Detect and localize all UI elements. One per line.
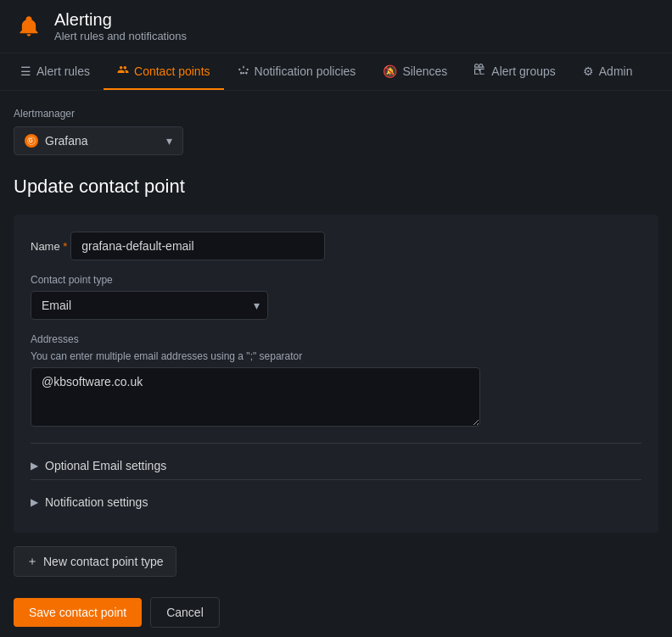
new-contact-point-button[interactable]: ＋ New contact point type bbox=[14, 546, 176, 577]
alertmanager-chevron-icon: ▾ bbox=[166, 134, 172, 148]
form-section: Name Contact point type Email Slack Page… bbox=[14, 215, 658, 533]
contact-point-type-label: Contact point type bbox=[31, 274, 641, 286]
notification-settings-label: Notification settings bbox=[45, 495, 148, 509]
tab-admin-label: Admin bbox=[599, 64, 633, 78]
contact-point-type-group: Contact point type Email Slack PagerDuty… bbox=[31, 274, 641, 320]
tab-contact-points-label: Contact points bbox=[134, 64, 210, 78]
alert-rules-icon: ☰ bbox=[20, 64, 31, 78]
plus-icon: ＋ bbox=[26, 554, 38, 569]
tab-silences[interactable]: 🔕 Silences bbox=[369, 53, 461, 90]
alertmanager-group: Alertmanager G Grafana ▾ bbox=[14, 108, 658, 155]
tab-admin[interactable]: ⚙ Admin bbox=[569, 53, 647, 90]
tab-notification-policies[interactable]: Notification policies bbox=[224, 53, 370, 90]
tab-alert-groups-label: Alert groups bbox=[491, 64, 555, 78]
addresses-label: Addresses bbox=[31, 333, 641, 345]
silences-icon: 🔕 bbox=[383, 64, 397, 78]
tab-alert-groups[interactable]: Alert groups bbox=[461, 53, 568, 90]
name-group: Name bbox=[31, 232, 641, 260]
optional-email-settings-label: Optional Email settings bbox=[45, 459, 166, 472]
grafana-logo-icon: G bbox=[25, 134, 38, 148]
optional-email-chevron-icon: ▶ bbox=[31, 460, 38, 472]
contact-point-type-select-wrapper: Email Slack PagerDuty OpsGenie Webhook ▾ bbox=[31, 291, 268, 320]
optional-email-settings-toggle[interactable]: ▶ Optional Email settings bbox=[31, 455, 641, 476]
tab-alert-rules[interactable]: ☰ Alert rules bbox=[7, 53, 104, 90]
name-input[interactable] bbox=[70, 232, 325, 260]
tab-alert-rules-label: Alert rules bbox=[36, 64, 90, 78]
notification-policies-icon bbox=[238, 64, 249, 78]
notification-settings-toggle[interactable]: ▶ Notification settings bbox=[31, 492, 641, 512]
contact-point-type-select[interactable]: Email Slack PagerDuty OpsGenie Webhook bbox=[31, 291, 268, 320]
app-header: Alerting Alert rules and notifications bbox=[0, 0, 672, 53]
alert-groups-icon bbox=[474, 64, 486, 78]
addresses-hint: You can enter multiple email addresses u… bbox=[31, 350, 641, 362]
cancel-button[interactable]: Cancel bbox=[150, 597, 220, 628]
addresses-textarea[interactable]: @kbsoftware.co.uk bbox=[31, 367, 480, 427]
new-contact-point-label: New contact point type bbox=[43, 555, 164, 568]
notification-settings-chevron-icon: ▶ bbox=[31, 496, 38, 508]
tab-notification-policies-label: Notification policies bbox=[255, 64, 356, 78]
svg-text:G: G bbox=[29, 137, 33, 143]
alertmanager-label: Alertmanager bbox=[14, 108, 658, 120]
contact-points-icon bbox=[117, 64, 129, 78]
addresses-group: Addresses You can enter multiple email a… bbox=[31, 333, 641, 429]
app-subtitle: Alert rules and notifications bbox=[54, 30, 187, 42]
admin-icon: ⚙ bbox=[583, 64, 594, 78]
name-label: Name bbox=[31, 240, 67, 253]
action-buttons: Save contact point Cancel bbox=[14, 597, 658, 628]
alertmanager-select[interactable]: G Grafana ▾ bbox=[14, 126, 183, 155]
app-title-group: Alerting Alert rules and notifications bbox=[54, 10, 187, 42]
tab-contact-points[interactable]: Contact points bbox=[104, 53, 224, 90]
nav-tabs: ☰ Alert rules Contact points Notificatio… bbox=[0, 53, 672, 91]
app-title: Alerting bbox=[54, 10, 187, 30]
alertmanager-selected-value: Grafana bbox=[45, 134, 88, 148]
app-icon bbox=[14, 11, 44, 42]
optional-email-settings-section: ▶ Optional Email settings bbox=[31, 443, 641, 479]
save-contact-point-button[interactable]: Save contact point bbox=[14, 598, 142, 627]
main-content: Alertmanager G Grafana ▾ Update contact … bbox=[0, 91, 672, 637]
notification-settings-section: ▶ Notification settings bbox=[31, 479, 641, 516]
tab-silences-label: Silences bbox=[402, 64, 447, 78]
page-title: Update contact point bbox=[14, 176, 658, 198]
